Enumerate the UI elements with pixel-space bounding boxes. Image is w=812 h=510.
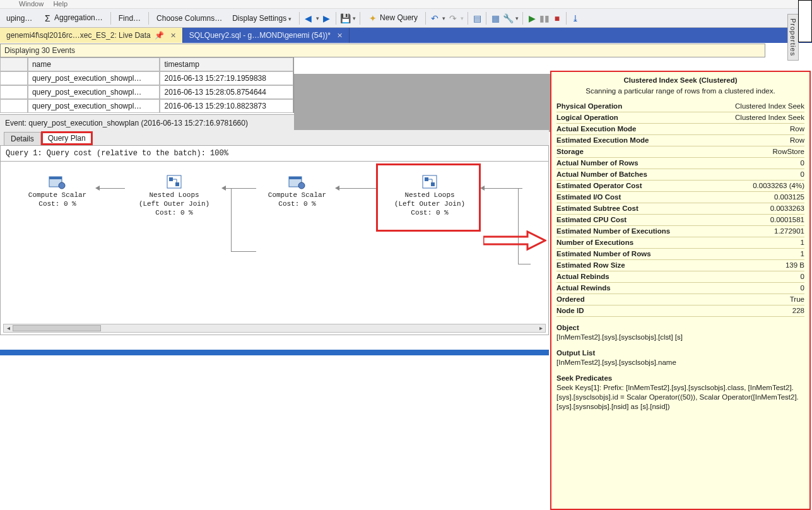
svg-marker-12 [483, 232, 545, 249]
stop-icon[interactable]: ■ [552, 13, 562, 23]
tool-icon-2[interactable]: ▦ [490, 13, 500, 23]
play-icon[interactable]: ▶ [527, 13, 537, 23]
row-select[interactable] [0, 85, 28, 99]
tooltip-row: Actual Execution ModeRow [556, 124, 804, 135]
tool-icon-1[interactable]: ▤ [472, 13, 482, 23]
wrench-dd[interactable]: ▾ [515, 15, 519, 21]
pin-icon[interactable]: 📌 [155, 31, 164, 40]
row-select[interactable] [0, 71, 28, 85]
wrench-icon[interactable]: 🔧 [503, 13, 513, 23]
scroll-thumb[interactable] [13, 325, 101, 331]
svg-rect-11 [431, 182, 435, 186]
node-sub: (Left Outer Join) [382, 199, 477, 208]
choose-columns-button[interactable]: Choose Columns… [153, 13, 226, 24]
tooltip-output-value: [InMemTest2].[sys].[sysclsobjs].name [556, 358, 804, 367]
table-row[interactable]: query_post_execution_showpl… 2016-06-13 … [0, 99, 293, 113]
table-row[interactable]: query_post_execution_showpl… 2016-06-13 … [0, 71, 293, 85]
pause-icon[interactable]: ▮▮ [539, 13, 550, 23]
plan-query-cost-header: Query 1: Query cost (relative to the bat… [0, 145, 549, 162]
tooltip-row: Node ID228 [556, 305, 804, 317]
tooltip-row: Actual Rewinds0 [556, 283, 804, 294]
plan-node-compute-scalar-1[interactable]: Compute Scalar Cost: 0 % [20, 174, 95, 208]
window-corner-box [798, 0, 812, 42]
plan-node-nested-loops-1[interactable]: Nested Loops (Left Outer Join) Cost: 0 % [127, 174, 221, 217]
nested-loops-icon [165, 174, 184, 189]
nav-back-icon[interactable]: ◀ [303, 13, 314, 23]
tooltip-value: Clustered Index Seek [735, 113, 804, 122]
execution-plan-canvas[interactable]: Compute Scalar Cost: 0 % Nested Loops (L… [0, 162, 549, 335]
row-name: query_post_execution_showpl… [28, 99, 160, 113]
tooltip-key: Actual Execution Mode [556, 124, 790, 134]
node-cost: Cost: 0 % [20, 199, 95, 208]
tooltip-row: Estimated Number of Rows1 [556, 249, 804, 260]
operator-tooltip: Clustered Index Seek (Clustered) Scannin… [550, 71, 811, 510]
row-ts: 2016-06-13 15:29:10.8823873 [160, 99, 293, 113]
tooltip-value: 0.0001581 [770, 215, 804, 225]
menu-help[interactable]: Help [53, 0, 68, 8]
aggregation-label: Aggregation… [54, 13, 103, 22]
grid-header-select[interactable] [0, 57, 28, 71]
tooltip-value: 0 [801, 158, 804, 168]
row-name: query_post_execution_showpl… [28, 85, 160, 99]
tooltip-value: 1 [801, 249, 804, 259]
plan-tabstrip: Details Query Plan [0, 130, 549, 145]
row-ts: 2016-06-13 15:27:19.1959838 [160, 71, 293, 85]
scroll-right-icon[interactable]: ▸ [536, 324, 545, 332]
tooltip-value: 139 B [786, 261, 804, 270]
redo-icon: ↷ [448, 13, 458, 23]
scroll-left-icon[interactable]: ◂ [4, 324, 13, 332]
undo-dd[interactable]: ▾ [442, 15, 445, 21]
nav-forward-icon[interactable]: ▶ [322, 13, 332, 23]
tooltip-seek-value: Seek Keys[1]: Prefix: [InMemTest2].[sys]… [556, 383, 804, 412]
horizontal-scrollbar[interactable]: ◂ ▸ [3, 324, 546, 333]
plan-node-nested-loops-2[interactable]: Nested Loops (Left Outer Join) Cost: 0 % [382, 174, 477, 217]
table-icon [48, 174, 67, 189]
step-icon[interactable]: ⤓ [570, 13, 580, 23]
tooltip-row: Estimated Subtree Cost0.0033263 [556, 203, 804, 215]
tab-query-plan[interactable]: Query Plan [41, 131, 93, 145]
save-dd[interactable]: ▾ [353, 15, 356, 21]
find-button[interactable]: Find… [115, 13, 144, 24]
display-settings-button[interactable]: Display Settings [228, 13, 295, 24]
undo-icon[interactable]: ↶ [430, 13, 440, 23]
new-query-button[interactable]: ✦ New Query [364, 12, 421, 25]
svg-rect-7 [289, 177, 302, 179]
tooltip-key: Actual Number of Rows [556, 158, 801, 168]
tooltip-value: 0 [801, 272, 804, 282]
tooltip-row: Physical OperationClustered Index Seek [556, 101, 804, 112]
tooltip-row: Actual Rebinds0 [556, 271, 804, 283]
menubar: Window Help [0, 0, 812, 9]
tab-details[interactable]: Details [4, 132, 41, 145]
plan-node-compute-scalar-2[interactable]: Compute Scalar Cost: 0 % [259, 174, 335, 208]
new-query-icon: ✦ [368, 13, 378, 23]
tooltip-key: Physical Operation [556, 102, 735, 111]
grid-empty-area [294, 74, 550, 132]
tooltip-value: 228 [792, 306, 804, 316]
tooltip-row: OrderedTrue [556, 294, 804, 305]
close-icon[interactable]: ✕ [170, 32, 176, 40]
tooltip-object-header: Object [556, 323, 804, 333]
tooltip-value: Row [790, 136, 804, 145]
node-title: Nested Loops [127, 191, 221, 199]
grouping-button[interactable]: uping… [3, 13, 36, 24]
tab-live-data[interactable]: genemi4f\sql2016rc…xec_ES_2: Live Data 📌… [0, 28, 183, 43]
tab-sqlquery2[interactable]: SQLQuery2.sql - g…MOND\genemi (54))* ✕ [183, 28, 350, 43]
tooltip-value: 0 [801, 283, 804, 293]
close-icon[interactable]: ✕ [337, 32, 343, 40]
tooltip-row: StorageRowStore [556, 146, 804, 158]
tooltip-row: Actual Number of Batches0 [556, 169, 804, 181]
footer-strip [0, 348, 549, 355]
aggregation-button[interactable]: Σ Aggregation… [38, 12, 106, 25]
nav-back-dd[interactable]: ▾ [316, 15, 319, 21]
menu-window[interactable]: Window [19, 0, 44, 8]
row-select[interactable] [0, 99, 28, 113]
grid-header-name[interactable]: name [28, 57, 160, 71]
save-icon[interactable]: 💾 [340, 13, 350, 23]
tooltip-row: Estimated I/O Cost0.003125 [556, 192, 804, 203]
tooltip-key: Estimated Row Size [556, 261, 786, 270]
tooltip-row: Actual Number of Rows0 [556, 158, 804, 169]
grid-header-timestamp[interactable]: timestamp [160, 57, 293, 71]
table-icon [288, 174, 307, 189]
table-row[interactable]: query_post_execution_showpl… 2016-06-13 … [0, 85, 293, 99]
svg-rect-5 [175, 182, 179, 186]
